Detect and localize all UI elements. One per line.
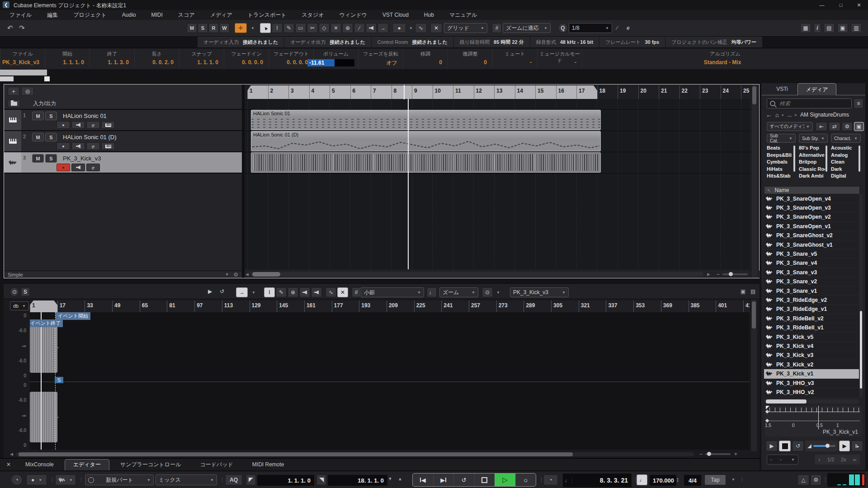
preview-stop-button-active[interactable] xyxy=(779,441,791,451)
half-speed-button[interactable]: 1/2 xyxy=(827,457,834,462)
scroll-left-icon[interactable]: ◀ xyxy=(245,272,249,277)
editor-ruler-bar[interactable]: 337 xyxy=(606,300,633,312)
file-row[interactable]: PK_3_RideEdge_v2 xyxy=(764,296,859,305)
editor-part-select[interactable]: PK_3_Kick_v3▼ xyxy=(510,287,569,297)
filter-item[interactable]: Analog xyxy=(831,152,858,159)
menu-item[interactable]: ウィンドウ xyxy=(332,11,375,19)
volume-slider[interactable] xyxy=(813,445,835,447)
filter-item[interactable]: Acoustic xyxy=(831,145,858,152)
scrollbar-handle[interactable] xyxy=(252,272,280,277)
scrub-mode-button[interactable]: → xyxy=(236,287,248,297)
preview-start-flag[interactable] xyxy=(766,406,769,409)
grid-type-select[interactable]: ズームに適応▼ xyxy=(503,23,551,33)
file-row[interactable]: PK_3_Kick_v5 xyxy=(764,333,859,342)
media-type-select[interactable]: すべてのメディアタ.▼ xyxy=(767,122,813,131)
constrain-compensation-icon[interactable]: ◔ xyxy=(11,474,23,485)
project-h-scrollbar[interactable] xyxy=(250,272,703,277)
file-row[interactable]: PK_3_HHO_v3 xyxy=(764,379,859,388)
filter-item[interactable]: Beats xyxy=(767,145,793,152)
solo-editor-button[interactable]: S xyxy=(21,287,30,296)
record-mode-select[interactable]: ●▼ xyxy=(26,474,47,485)
zoom-slider-knob[interactable] xyxy=(707,452,711,456)
split-tool[interactable]: ✂ xyxy=(307,23,318,33)
editor-playhead[interactable] xyxy=(41,312,42,450)
chevron-down-icon[interactable]: ▼ xyxy=(496,291,500,295)
audio-event[interactable] xyxy=(251,152,601,173)
ruler-bar[interactable]: 25 xyxy=(741,85,750,99)
file-row[interactable]: PK_3_SnareGhost_v2 xyxy=(764,231,859,240)
ruler-bar[interactable]: 22 xyxy=(679,85,700,99)
fade-display-knob[interactable] xyxy=(44,76,50,81)
editor-range-tool[interactable]: I xyxy=(264,287,275,297)
close-lower-zone-icon[interactable]: ✕ xyxy=(6,461,11,468)
info-field[interactable]: 開始 1. 1. 1. 0 xyxy=(45,48,90,69)
info-field[interactable]: ファイル PK_3_Kick_v3 xyxy=(0,48,45,69)
auto-play-button-active[interactable]: ▶ xyxy=(839,441,850,451)
file-row[interactable]: PK_3_Snare_v3 xyxy=(764,268,859,277)
right-locator-display[interactable]: 18. 1. 1. 0 xyxy=(327,474,388,486)
filter-item[interactable]: Dark Ambi xyxy=(799,173,825,180)
info-field[interactable]: フェードイン 0. 0. 0. 0 xyxy=(224,48,269,69)
monitor-button[interactable] xyxy=(71,164,85,171)
add-track-button[interactable]: + xyxy=(8,87,19,96)
preset-dropdown-icon[interactable]: ▼ xyxy=(225,272,229,277)
scroll-left-icon[interactable]: ◀ xyxy=(10,452,13,456)
info-field-value[interactable]: - xyxy=(538,59,582,66)
info-field-value[interactable]: -11.61 xyxy=(307,59,354,66)
preview-marker-diamond[interactable] xyxy=(765,410,769,413)
editor-ruler-bar[interactable]: 97 xyxy=(194,300,222,312)
draw-tool[interactable]: ✎ xyxy=(283,23,294,33)
info-field-value[interactable]: 1. 1. 1. 0 xyxy=(45,59,90,66)
comment-dropdown-icon[interactable]: ▼ xyxy=(409,26,413,30)
midi-event-1[interactable]: HALion Sonic 01 xyxy=(251,110,601,130)
editor-v-scrollbar[interactable] xyxy=(750,300,757,451)
column-scrollbar[interactable] xyxy=(793,145,795,172)
editor-scale-select[interactable]: db▼ xyxy=(10,301,29,310)
play-in-context-icon[interactable]: ‖▸ xyxy=(851,441,863,451)
menu-item[interactable]: スタジオ xyxy=(294,11,332,19)
menu-item[interactable]: スコア xyxy=(170,11,203,19)
scrollbar-handle[interactable] xyxy=(860,311,862,389)
minimize-button[interactable]: — xyxy=(813,0,831,10)
editor-grid-select[interactable]: # 小節▼ xyxy=(352,287,424,297)
ruler-bar[interactable]: 23 xyxy=(700,85,721,99)
editor-ruler-bar[interactable]: 417 xyxy=(743,300,750,312)
preview-volume[interactable] xyxy=(805,441,838,451)
monitor-button[interactable] xyxy=(71,142,85,150)
info-field[interactable]: 移調 0 xyxy=(403,48,448,69)
zoom-in-icon[interactable]: + xyxy=(734,451,737,457)
primary-time-display[interactable]: ♩ 8. 3. 3. 21 xyxy=(562,473,632,488)
menu-item[interactable]: マニュアル xyxy=(442,11,485,19)
arrangement-area[interactable]: HALion Sonic 01 HALion Sonic 01 (D) xyxy=(245,99,750,269)
ruler-bar[interactable]: 9 xyxy=(412,85,433,99)
editor-zoom-slider[interactable] xyxy=(705,453,731,455)
ruler-bar[interactable]: 19 xyxy=(618,85,638,99)
auto-quantize-button[interactable]: AQ xyxy=(225,474,242,485)
event-end-label[interactable]: イベント終了 xyxy=(30,319,63,327)
editor-ruler-bar[interactable]: 209 xyxy=(387,300,414,312)
editor-ruler-bar[interactable]: 81 xyxy=(167,300,194,312)
ruler-bar[interactable]: 4 xyxy=(309,85,330,99)
ruler-bar[interactable]: 8 xyxy=(392,85,412,99)
menu-item[interactable]: トランスポート xyxy=(240,11,294,19)
ruler-bar[interactable]: 18 xyxy=(597,85,618,99)
breadcrumb-location[interactable]: AM SignatureDrums xyxy=(800,112,849,118)
editor-ruler-bar[interactable]: 33 xyxy=(85,300,112,312)
info-field[interactable]: ミュート - xyxy=(492,48,537,69)
nudge-icon[interactable]: ◔ xyxy=(543,474,558,485)
file-row[interactable]: PK_3_HHO_v2 xyxy=(764,388,859,397)
editor-ruler-bar[interactable]: 145 xyxy=(277,300,304,312)
open-in-window-icon[interactable]: ▣ xyxy=(741,288,745,295)
results-list-icon[interactable]: ≡ xyxy=(854,99,863,108)
editor-ruler-bar[interactable]: 161 xyxy=(304,300,332,312)
snap-zero-crossing-icon[interactable]: ∿ xyxy=(326,287,336,297)
file-row[interactable]: PK_3_RideBell_v1 xyxy=(764,323,859,332)
track-name[interactable]: PK_3_Kick_v3 xyxy=(63,155,101,162)
play-tool[interactable] xyxy=(366,23,377,33)
editor-ruler-bar[interactable]: 305 xyxy=(551,300,579,312)
comment-button[interactable]: ● xyxy=(392,23,406,33)
file-row[interactable]: PK_3_Kick_v4 xyxy=(764,342,859,351)
menu-item[interactable]: プロジェクト xyxy=(66,11,114,19)
ruler-bar[interactable]: 15 xyxy=(535,85,556,99)
file-row[interactable]: PK_3_Kick_v1 xyxy=(764,369,859,378)
